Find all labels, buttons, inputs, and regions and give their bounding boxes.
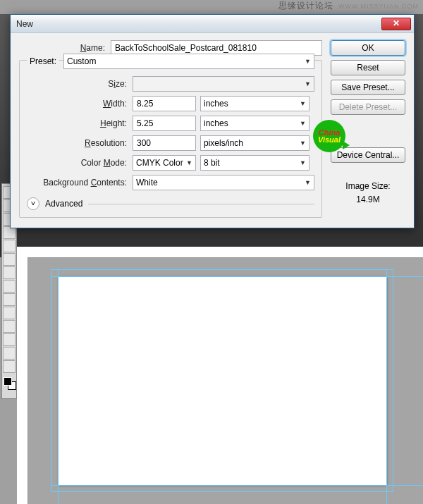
guide-vertical[interactable] — [58, 269, 59, 504]
guide-horizontal[interactable] — [51, 276, 423, 277]
badge-line2: Visual — [318, 135, 341, 144]
resolution-unit-select[interactable]: pixels/inch▼ — [200, 135, 309, 151]
size-label: Size: — [27, 79, 133, 89]
dialog-titlebar[interactable]: New ✕ — [11, 15, 414, 33]
preset-value: Custom — [67, 56, 96, 66]
delete-preset-button: Delete Preset... — [331, 99, 405, 115]
image-size-label: Image Size: — [331, 180, 405, 193]
width-unit-select[interactable]: inches▼ — [200, 96, 309, 111]
advanced-toggle[interactable]: ⅴ — [27, 197, 39, 210]
ruler-vertical[interactable] — [17, 257, 28, 504]
close-button[interactable]: ✕ — [381, 18, 411, 30]
image-size-value: 14.9M — [331, 193, 405, 207]
watermark-en: - WWW.MISSYUAN.COM — [333, 3, 419, 10]
tool-item[interactable] — [3, 253, 16, 266]
resolution-label: Resolution: — [27, 138, 133, 148]
image-size-display: Image Size: 14.9M — [331, 180, 405, 207]
chevron-down-icon: ▼ — [305, 58, 311, 65]
reset-button[interactable]: Reset — [331, 60, 405, 75]
size-select: ▼ — [133, 76, 314, 92]
resolution-input[interactable] — [133, 135, 196, 151]
chevron-down-icon: ▼ — [305, 179, 311, 186]
watermark-cn: 思缘设计论坛 — [278, 1, 333, 11]
tool-item[interactable] — [3, 280, 16, 293]
guide-horizontal[interactable] — [51, 485, 423, 486]
color-swatches[interactable] — [2, 376, 16, 397]
divider — [88, 204, 314, 204]
tool-item[interactable] — [3, 333, 16, 346]
colordepth-select[interactable]: 8 bit▼ — [200, 155, 309, 171]
width-input[interactable] — [133, 96, 196, 111]
chevron-down-icon: ▼ — [300, 120, 306, 127]
height-unit-select[interactable]: inches▼ — [200, 116, 309, 131]
advanced-label: Advanced — [45, 199, 82, 209]
canvas-area[interactable] — [28, 258, 423, 504]
chevron-down-icon: ▼ — [300, 140, 306, 147]
ruler-horizontal[interactable] — [17, 247, 423, 258]
tool-item[interactable] — [3, 360, 16, 373]
guide-vertical[interactable] — [386, 269, 387, 504]
height-input[interactable] — [133, 116, 196, 131]
save-preset-button[interactable]: Save Preset... — [331, 80, 405, 95]
tool-item[interactable] — [3, 266, 16, 279]
chevron-down-icon: ▼ — [186, 159, 192, 166]
watermark-badge: China Visual — [313, 120, 354, 155]
tool-item[interactable] — [3, 347, 16, 359]
chevron-down-icon: ▼ — [300, 100, 306, 107]
width-label: Width: — [27, 99, 133, 109]
tool-item[interactable] — [3, 307, 16, 319]
ok-button[interactable]: OK — [331, 40, 405, 56]
chevron-down-icon: ▼ — [300, 159, 306, 166]
preset-label: Preset: — [30, 56, 56, 66]
chevron-down-icon: ▼ — [305, 80, 311, 87]
tool-item[interactable] — [3, 293, 16, 306]
colormode-select[interactable]: CMYK Color▼ — [133, 155, 196, 171]
tool-item[interactable] — [3, 240, 16, 252]
colormode-label: Color Mode: — [27, 158, 133, 168]
bg-select[interactable]: White▼ — [133, 175, 314, 190]
bg-label: Background Contents: — [27, 178, 133, 188]
watermark: 思缘设计论坛- WWW.MISSYUAN.COM — [278, 0, 419, 12]
canvas[interactable] — [58, 276, 386, 485]
preset-select[interactable]: Custom▼ — [63, 54, 314, 69]
dialog-title: New — [16, 19, 381, 29]
tool-item[interactable] — [3, 320, 16, 333]
preset-group: Preset: Custom▼ Size: ▼ Width: inches▼ — [19, 60, 322, 218]
foreground-color-swatch[interactable] — [4, 377, 12, 386]
height-label: Height: — [27, 118, 133, 128]
